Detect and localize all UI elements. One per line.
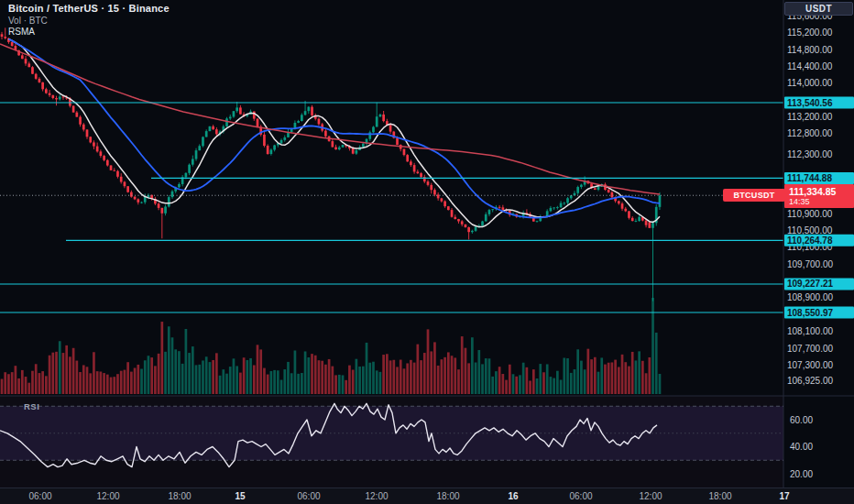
candle-body [560,203,563,208]
volume-bar [103,373,105,394]
volume-bar [222,369,224,394]
volume-bar [321,361,323,394]
candle-body [137,199,139,202]
volume-bar [328,359,331,394]
candle-body [27,63,30,67]
volume-bar [277,370,279,394]
volume-bar [594,357,597,394]
volume-bar [372,362,375,394]
volume-bar [532,369,535,394]
volume-bar [638,351,640,394]
candle-body [89,137,92,142]
candle-body [263,135,266,146]
volume-bar [423,353,426,394]
volume-bar [427,329,430,394]
volume-bar [420,360,422,394]
candle-body [280,140,283,143]
volume-bar [590,359,593,394]
volume-bar [69,356,71,394]
volume-bar [560,380,563,394]
candle-body [215,129,218,134]
volume-bar [536,378,539,394]
candle-body [563,203,565,203]
candle-body [406,155,409,161]
last-price-box: 111,334.85 14:35 [784,184,854,208]
candle-body [447,206,450,210]
volume-bar [382,355,385,394]
volume-bar [576,349,579,394]
volume-bar [338,375,341,394]
volume-bar [89,373,92,394]
volume-bar [59,341,61,394]
volume-bar [475,363,477,394]
volume-bar [185,329,188,394]
volume-bar [75,361,78,394]
volume-bar [21,370,24,394]
candle-body [212,126,214,129]
candle-body [1,34,4,37]
candle-body [267,146,269,154]
volume-bar [124,370,126,394]
candle-body [31,67,34,73]
volume-bar [249,358,252,394]
volume-bar [481,364,484,394]
candle-body [257,119,259,127]
candle-body [21,55,24,59]
candle-body [451,210,454,217]
volume-bar [488,358,491,394]
volume-bar [215,353,218,394]
candle-body [168,197,170,206]
candle-body [372,126,375,132]
candle-body [488,210,491,214]
volume-bar [86,367,89,394]
chart-canvas[interactable]: 115,600.00115,200.00114,800.00114,400.00… [0,0,854,504]
volume-bar [160,322,163,394]
volume-bar [15,366,17,394]
candle-body [437,194,440,198]
candle-body [628,211,630,217]
candle-body [413,165,416,171]
candle-body [342,145,345,148]
volume-bar [27,383,30,394]
volume-bar [304,351,307,394]
candle-body [110,166,113,170]
volume-bar [655,333,658,394]
candle-body [471,231,474,232]
volume-bar [113,377,115,394]
candle-body [38,79,41,82]
volume-bar [618,367,620,394]
volume-bar [529,381,531,394]
currency-toggle-button[interactable]: USDT [784,2,853,16]
candle-body [160,208,163,214]
candle-body [253,112,256,119]
volume-bar [168,326,170,394]
volume-bar [126,362,129,394]
volume-bar [416,345,419,394]
volume-bar [505,380,508,394]
candle-body [597,186,600,190]
volume-bar [62,353,65,394]
candle-body [576,187,579,193]
candle-body [130,192,133,197]
candle-body [195,150,198,159]
candle-body [311,107,313,115]
volume-bar [148,356,150,394]
volume-bar [522,363,525,394]
volume-bar [72,348,75,394]
candle-body [443,202,446,207]
price-axis[interactable] [783,0,854,488]
candle-body [423,177,426,181]
volume-bar [566,358,569,394]
candle-body [144,197,147,203]
volume-bar [542,372,545,394]
volume-bar [154,366,157,394]
volume-bar [477,350,480,394]
volume-bar [413,363,416,394]
candle-body [553,207,555,208]
volume-bar [498,367,501,394]
volume-bar [621,355,624,394]
candle-body [113,170,115,171]
time-axis[interactable] [0,488,854,504]
volume-bar [239,373,242,394]
candle-body [645,221,648,225]
